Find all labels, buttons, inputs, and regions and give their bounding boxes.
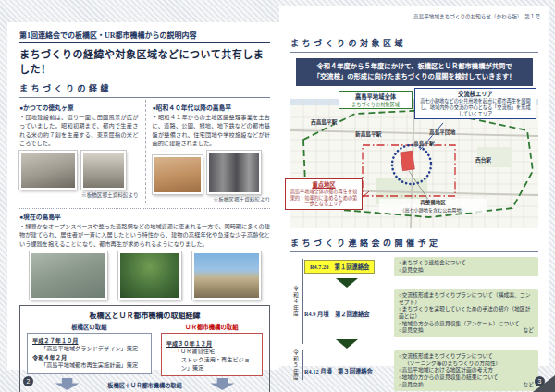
fy5-segment: 令和５年度 bbox=[292, 349, 303, 382]
fy5-line bbox=[302, 350, 303, 380]
history-col-showa40: ●昭和４０年代以降の高島平 ・昭和４１年からの土地区画整理事業を土台に、道路、公… bbox=[145, 100, 271, 203]
agenda-item: ○まちづくり連絡会について bbox=[399, 260, 534, 267]
station-nishi-takashimadaira: 西高島平駅 bbox=[311, 117, 337, 126]
page-left: 第1回連絡会での板橋区・UR都市機構からの説明内容 まちづくりの経緯や対象区域な… bbox=[7, 22, 279, 370]
agenda-item: ○意見交換 bbox=[399, 267, 534, 275]
agenda-item: ○意見交換 bbox=[399, 327, 424, 335]
area-map: 高島平地域全体 まちづくりの対象区域 交流核エリア 高七小跡地などの公共用地を起… bbox=[290, 99, 538, 228]
juten-desc: 高島平地域全体の都市再生を効果的・効率的に進めるための第一歩となるエリア bbox=[289, 189, 359, 207]
map-label-koryu: 交流核エリア 高七小跡地などの公共用地を起点に都市再生を展開し、地域内外の交流の… bbox=[414, 88, 536, 120]
flow-arrows-row: 板橋区＋ＵＲ都市機構の取組 bbox=[27, 378, 263, 390]
photo-aerial-sepia bbox=[153, 155, 203, 194]
agenda-last-line: ○意見交換 など bbox=[399, 382, 534, 389]
photo-park-trees bbox=[118, 251, 181, 300]
row3-label: R4.12 月頃 第３回連絡会 bbox=[304, 367, 373, 375]
joint-label: 板橋区＋ＵＲ都市機構の取組 bbox=[107, 381, 181, 390]
flow-columns: 板橋区の取組 平成２７年１０月 「高島平地域グランドデザイン」策定 令和４年２月… bbox=[27, 323, 263, 376]
page-number-left: 2 bbox=[23, 376, 33, 386]
map-label-saiseibi: 再整備地区 （高七小跡地を含む公共用地） bbox=[379, 199, 487, 213]
agenda-etc: など bbox=[523, 382, 534, 389]
koryu-desc: 高七小跡地などの公共用地を起点に都市再生を展開し、地域内外の交流の中心となる「交… bbox=[418, 98, 533, 117]
present-body: ・緑豊かなオープンスペースや整った道路網などの地域資源に恵まれる一方で、同時期に… bbox=[19, 222, 270, 248]
showa40-body: ・昭和４１年からの土地区画整理事業を土台に、道路、公園、緑地、地下鉄などの都市基… bbox=[153, 113, 271, 147]
tokumaru-photos bbox=[19, 151, 139, 190]
banner-line-2: 「交流核」の形成に向けたまちづくりの展開を検討していきます！ bbox=[298, 72, 531, 82]
ur-box: 平成３０年１２月 「ＵＲ賃貸住宅 ストック活用・再生ビジョン」策定 bbox=[161, 333, 263, 376]
itabashi-label: 板橋区の取組 bbox=[27, 323, 152, 331]
whole-area-sub: まちづくりの対象区域 bbox=[341, 101, 410, 107]
fy4-segment: 令和４年度 bbox=[292, 257, 303, 346]
area-banner: 令和４年度から５年度にかけて、板橋区とＵＲ都市機構が共同で 「交流核」の形成に向… bbox=[296, 58, 533, 86]
schedule-arrow-1 bbox=[304, 278, 538, 288]
whole-area-title: 高島平地域全体 bbox=[341, 92, 410, 101]
down-arrow-icon bbox=[210, 378, 234, 390]
ur-desc-2: ストック活用・再生ビジョン」策定 bbox=[166, 356, 257, 373]
down-arrow-icon bbox=[56, 378, 80, 390]
map-label-whole-area: 高島平地域全体 まちづくりの対象区域 bbox=[339, 91, 413, 109]
dotted-divider bbox=[19, 208, 270, 209]
photo-old-river bbox=[81, 151, 126, 190]
itabashi-desc-2: 「高島平地域都市再生実施計画」策定 bbox=[32, 361, 146, 370]
fy5-label: 令和５年度 bbox=[292, 349, 301, 381]
fy4-label: 令和４年度 bbox=[292, 286, 301, 317]
page-left-content: 第1回連絡会での板橋区・UR都市機構からの説明内容 まちづくりの経緯や対象区域な… bbox=[7, 22, 279, 392]
page-right-content: 高島平地域まちづくりのお知らせ（かわら版） 第１号 まちづくりの対象区域 令和４… bbox=[279, 6, 549, 366]
newsletter-spread: 第1回連絡会での板橋区・UR都市機構からの説明内容 まちづくりの経緯や対象区域な… bbox=[0, 0, 555, 392]
article-title: まちづくりの経緯や対象区域などについて共有しました！ bbox=[19, 46, 270, 76]
agenda-item: ○地域の方からの意見収集の結果について bbox=[399, 374, 534, 382]
photo-construction bbox=[207, 151, 261, 194]
down-triangle-icon bbox=[336, 339, 358, 349]
showa40-heading: ●昭和４０年代以降の高島平 bbox=[153, 103, 271, 112]
agenda-item: ○高島平地域における地区計画の考え方 bbox=[399, 367, 534, 374]
page-right: 高島平地域まちづくりのお知らせ（かわら版） 第１号 まちづくりの対象区域 令和４… bbox=[279, 6, 549, 366]
showa40-photos bbox=[153, 151, 271, 194]
schedule-row-3: R4.12 月頃 第３回連絡会 ○交流核形成まちづくりプランについて （ゾーニン… bbox=[304, 350, 538, 391]
showa40-caption: ※板橋区郷土資料館より bbox=[153, 196, 271, 203]
station-shin-takashimadaira: 新高島平駅 bbox=[355, 129, 381, 138]
agenda-item: ○交流核形成まちづくりプランについて bbox=[399, 353, 534, 361]
agenda-item: ○まちづくりを実現していくための手法の紹介（地区計画とは） bbox=[399, 306, 534, 320]
row1-label-cell: R4.7.20 第１回連絡会 bbox=[304, 260, 389, 274]
section-heading-schedule: まちづくり連絡会の開催予定 bbox=[290, 237, 538, 252]
fy4-line bbox=[302, 259, 303, 344]
down-triangle-icon bbox=[336, 278, 358, 288]
tokumaru-body: ・団地建設前は、辺り一面に田園風景が広がっていました。昭和初期まで、都内で生産さ… bbox=[19, 113, 139, 147]
row3-label-cell: R4.12 月頃 第３回連絡会 bbox=[304, 367, 389, 375]
label-takashimadaira-danchi: 高島平団地 bbox=[429, 128, 455, 136]
row2-label-cell: R4.9 月頃 第２回連絡会 bbox=[304, 310, 389, 318]
present-heading: ●現在の高島平 bbox=[19, 212, 270, 221]
fiscal-year-rail: 令和４年度 令和５年度 bbox=[290, 257, 304, 392]
flow-col-ur: ＵＲ都市機構の取組 平成３０年１２月 「ＵＲ賃貸住宅 ストック活用・再生ビジョン… bbox=[161, 323, 263, 376]
schedule-row-1: R4.7.20 第１回連絡会 ○まちづくり連絡会について ○意見交換 bbox=[304, 257, 538, 276]
schedule-row-2: R4.9 月頃 第２回連絡会 ○交流核形成まちづくりプランについて（構成案、コン… bbox=[304, 289, 538, 337]
photo-old-field bbox=[19, 151, 77, 190]
map-label-juten: 重点地区 高島平地域全体の都市再生を効果的・効率的に進めるための第一歩となるエリ… bbox=[285, 178, 363, 210]
photo-aerial-city bbox=[30, 251, 107, 300]
agenda-etc: など bbox=[523, 327, 534, 335]
station-nishidai: 西台駅 bbox=[475, 155, 491, 164]
row3-agenda: ○交流核形成まちづくりプランについて （ゾーニング等のまちづくりの方向性） ○高… bbox=[394, 350, 538, 391]
row2-agenda: ○交流核形成まちづくりプランについて（構成案、コンセプト） ○まちづくりを実現し… bbox=[394, 289, 538, 337]
row1-label: R4.7.20 第１回連絡会 bbox=[304, 260, 375, 274]
section-heading-area: まちづくりの対象区域 bbox=[290, 37, 538, 53]
tokumaru-heading: ●かつての徳丸ヶ原 bbox=[19, 103, 139, 112]
ur-label: ＵＲ都市機構の取組 bbox=[161, 323, 263, 331]
agenda-last-line: ○意見交換 など bbox=[399, 327, 534, 335]
section-heading-history: まちづくりの経緯 bbox=[19, 82, 270, 98]
itabashi-date-2: 令和４年２月 bbox=[32, 353, 146, 361]
ur-desc-1: 「ＵＲ賃貸住宅 bbox=[166, 348, 257, 356]
flow-title: 板橋区とＵＲ都市機構の取組経緯 bbox=[27, 310, 263, 320]
row1-agenda: ○まちづくり連絡会について ○意見交換 bbox=[394, 257, 538, 276]
schedule-rows: R4.7.20 第１回連絡会 ○まちづくり連絡会について ○意見交換 R4.9 … bbox=[304, 257, 538, 392]
banner-line-1: 令和４年度から５年度にかけて、板橋区とＵＲ都市機構が共同で bbox=[298, 62, 531, 72]
koryu-title: 交流核エリア bbox=[418, 90, 533, 98]
running-header: 高島平地域まちづくりのお知らせ（かわら版） 第１号 bbox=[413, 13, 540, 20]
photo-fountain bbox=[192, 251, 261, 300]
agenda-item: ○意見交換 bbox=[399, 382, 424, 389]
ur-date: 平成３０年１２月 bbox=[166, 339, 257, 348]
saiseibi-line-2: （高七小跡地を含む公共用地） bbox=[379, 206, 487, 213]
initiatives-flow-box: 板橋区とＵＲ都市機構の取組経緯 板橋区の取組 平成２７年１０月 「高島平地域グラ… bbox=[19, 305, 270, 392]
itabashi-date-1: 平成２７年１０月 bbox=[32, 337, 146, 345]
juten-title: 重点地区 bbox=[289, 180, 359, 189]
present-photos bbox=[19, 251, 270, 300]
